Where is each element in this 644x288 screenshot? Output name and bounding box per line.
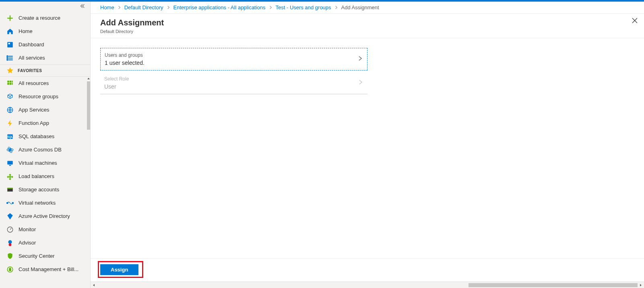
- assign-button[interactable]: Assign: [100, 264, 138, 275]
- network-icon: [6, 199, 14, 207]
- nav-storage-accounts[interactable]: Storage accounts: [0, 183, 90, 196]
- svg-text:$: $: [9, 267, 11, 271]
- selector-value: User: [104, 83, 353, 90]
- horizontal-scrollbar-thumb[interactable]: [469, 283, 638, 287]
- nav-monitor[interactable]: Monitor: [0, 223, 90, 236]
- lightning-icon: [6, 120, 14, 127]
- close-icon: [632, 18, 638, 23]
- nav-load-balancers[interactable]: Load balancers: [0, 170, 90, 183]
- nav-function-app[interactable]: Function App: [0, 116, 90, 130]
- nav-azure-ad[interactable]: Azure Active Directory: [0, 209, 90, 223]
- storage-icon: [6, 186, 14, 193]
- nav-label: Cost Management + Bill...: [19, 266, 78, 272]
- cosmos-icon: [6, 146, 14, 153]
- globe-icon: [6, 106, 14, 114]
- svg-rect-0: [7, 42, 13, 48]
- cost-icon: $: [6, 266, 14, 273]
- svg-rect-5: [7, 81, 9, 83]
- breadcrumb-home[interactable]: Home: [100, 4, 114, 10]
- nav-label: All services: [19, 55, 45, 61]
- svg-point-3: [7, 57, 8, 58]
- svg-point-14: [9, 149, 11, 151]
- horizontal-scrollbar[interactable]: [91, 282, 644, 288]
- nav-cost-management[interactable]: $ Cost Management + Bill...: [0, 263, 90, 276]
- nav-label: SQL databases: [19, 133, 54, 139]
- nav-virtual-machines[interactable]: Virtual machines: [0, 156, 90, 170]
- advisor-icon: [6, 239, 14, 247]
- nav-dashboard[interactable]: Dashboard: [0, 38, 90, 51]
- nav-label: Azure Cosmos DB: [19, 147, 62, 153]
- nav-label: Create a resource: [19, 15, 60, 21]
- nav-all-services[interactable]: All services: [0, 51, 90, 64]
- nav-home[interactable]: Home: [0, 25, 90, 38]
- sidebar-scroll-up[interactable]: [87, 77, 90, 81]
- breadcrumb-directory[interactable]: Default Directory: [124, 4, 163, 10]
- gauge-icon: [6, 226, 14, 233]
- blade-footer: Assign: [91, 258, 644, 282]
- scroll-left-arrow[interactable]: [91, 282, 97, 288]
- svg-point-4: [7, 59, 8, 60]
- nav-label: App Services: [19, 107, 50, 113]
- nav-all-resources[interactable]: All resources: [0, 77, 90, 90]
- nav-security-center[interactable]: Security Center: [0, 249, 90, 263]
- users-groups-selector[interactable]: Users and groups 1 user selected.: [100, 48, 367, 70]
- sql-icon: SQL: [6, 133, 14, 140]
- sidebar: Create a resource Home Dashboard All ser…: [0, 2, 91, 288]
- nav-resource-groups[interactable]: Resource groups: [0, 90, 90, 103]
- select-role-selector[interactable]: Select Role User: [100, 72, 367, 94]
- main-content: Home Default Directory Enterprise applic…: [91, 2, 644, 288]
- nav-label: Azure Active Directory: [19, 213, 70, 219]
- svg-rect-20: [7, 188, 13, 189]
- chevron-right-icon: [118, 6, 121, 9]
- chevron-right-icon: [334, 6, 338, 9]
- chevron-right-icon: [269, 6, 272, 9]
- svg-rect-1: [8, 43, 10, 44]
- nav-label: Virtual machines: [19, 160, 57, 166]
- nav-sql-databases[interactable]: SQL SQL databases: [0, 130, 90, 143]
- svg-point-2: [7, 56, 8, 56]
- chevron-right-icon: [358, 79, 363, 87]
- nav-cosmos-db[interactable]: Azure Cosmos DB: [0, 143, 90, 156]
- monitor-screen-icon: [6, 160, 14, 167]
- nav-label: All resources: [19, 80, 49, 86]
- page-title: Add Assignment: [100, 17, 634, 28]
- dashboard-icon: [6, 41, 14, 48]
- nav-label: Monitor: [19, 226, 36, 232]
- plus-icon: [6, 15, 14, 22]
- home-icon: [6, 28, 14, 35]
- nav-label: Load balancers: [19, 173, 54, 179]
- sidebar-scrollbar-thumb[interactable]: [87, 81, 90, 130]
- nav-label: Advisor: [19, 240, 36, 246]
- nav-create-resource[interactable]: Create a resource: [0, 11, 90, 25]
- shield-icon: [6, 253, 14, 260]
- svg-text:SQL: SQL: [7, 135, 13, 139]
- list-icon: [6, 54, 14, 62]
- blade-body: Users and groups 1 user selected. Select…: [91, 38, 644, 258]
- sidebar-collapse-button[interactable]: [0, 2, 90, 11]
- chevron-double-left-icon: [80, 3, 85, 9]
- load-balancer-icon: [6, 173, 14, 180]
- blade-header: Add Assignment Default Directory: [91, 14, 644, 38]
- nav-advisor[interactable]: Advisor: [0, 236, 90, 249]
- breadcrumb-enterprise-apps[interactable]: Enterprise applications - All applicatio…: [173, 4, 266, 10]
- aad-icon: [6, 213, 14, 220]
- selector-label: Select Role: [104, 76, 353, 82]
- svg-rect-7: [12, 81, 13, 83]
- nav-label: Storage accounts: [19, 186, 59, 193]
- scroll-right-arrow[interactable]: [638, 282, 644, 288]
- nav-label: Function App: [19, 120, 49, 126]
- grid-icon: [6, 80, 14, 87]
- selector-value: 1 user selected.: [105, 60, 353, 66]
- svg-rect-10: [12, 83, 13, 85]
- nav-virtual-networks[interactable]: Virtual networks: [0, 196, 90, 209]
- nav-app-services[interactable]: App Services: [0, 103, 90, 116]
- breadcrumb-test-users-groups[interactable]: Test - Users and groups: [276, 4, 331, 10]
- favorites-label: FAVORITES: [18, 68, 42, 73]
- close-blade-button[interactable]: [632, 18, 638, 25]
- cube-icon: [6, 93, 14, 100]
- nav-label: Resource groups: [19, 93, 58, 99]
- svg-rect-18: [9, 165, 11, 166]
- nav-label: Virtual networks: [19, 200, 56, 206]
- selector-label: Users and groups: [105, 52, 353, 58]
- star-icon: [6, 67, 14, 74]
